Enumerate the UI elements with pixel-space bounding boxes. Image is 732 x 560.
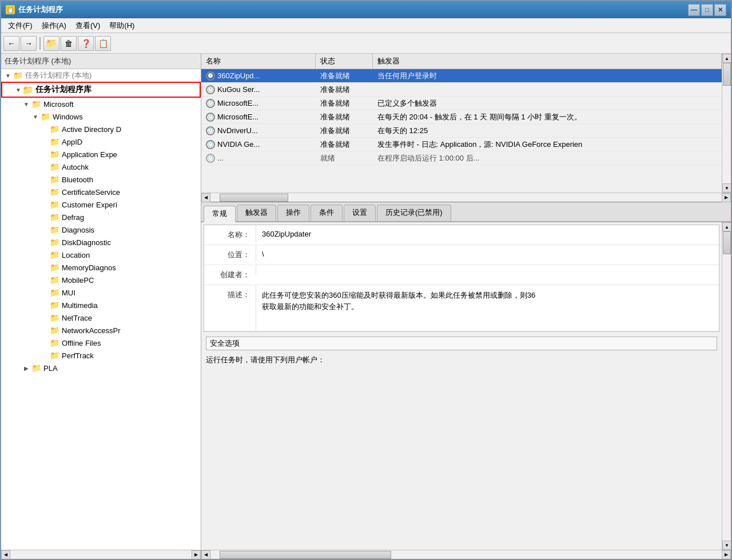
menu-file[interactable]: 文件(F) xyxy=(3,19,37,33)
task-row-0[interactable]: 🕐 360ZipUpd... 准备就绪 当任何用户登录时 xyxy=(201,69,722,83)
clock-icon-6: 🕐 xyxy=(206,154,215,163)
detail-scroll-down[interactable]: ▼ xyxy=(722,541,731,550)
tree-item-windows[interactable]: ▼ 📁 Windows xyxy=(1,110,201,123)
tree-item-multimedia[interactable]: 📁 Multimedia xyxy=(1,299,201,311)
tab-actions[interactable]: 操作 xyxy=(277,205,309,221)
window-icon: 📋 xyxy=(6,5,15,14)
properties-button[interactable]: 📋 xyxy=(95,36,111,51)
tree-item-appexperience[interactable]: 📁 Application Expe xyxy=(1,148,201,161)
close-button[interactable]: ✕ xyxy=(714,4,726,16)
task-list-body[interactable]: 🕐 360ZipUpd... 准备就绪 当任何用户登录时 🕐 KuGou Ser… xyxy=(201,69,722,193)
detail-hscroll-right[interactable]: ▶ xyxy=(722,550,731,559)
detail-hscroll[interactable]: ◀ ▶ xyxy=(201,550,731,559)
tree-item-perftrack[interactable]: 📁 PerfTrack xyxy=(1,349,201,362)
tree-toggle-root[interactable]: ▼ xyxy=(3,73,13,79)
tree-item-offlinefiles[interactable]: 📁 Offline Files xyxy=(1,337,201,349)
tree-item-autochk[interactable]: 📁 Autochk xyxy=(1,161,201,173)
detail-field-name: 名称： 360ZipUpdater xyxy=(204,225,719,245)
tree-item-location[interactable]: 📁 Location xyxy=(1,249,201,261)
task-row-5[interactable]: 🕐 NVIDIA Ge... 准备就绪 发生事件时 - 日志: Applicat… xyxy=(201,138,722,151)
tree-item-mobilepc[interactable]: 📁 MobilePC xyxy=(1,274,201,286)
right-panel: 名称 状态 触发器 🕐 360ZipUpd... 准备就绪 xyxy=(201,54,731,559)
delete-button[interactable]: 🗑 xyxy=(61,36,77,51)
detail-field-location: 位置： \ xyxy=(204,245,719,265)
detail-scrollbar[interactable]: ▲ ▼ xyxy=(722,222,731,550)
task-row-2[interactable]: 🕐 MicrosoftE... 准备就绪 已定义多个触发器 xyxy=(201,97,722,110)
customerexp-label: Customer Experi xyxy=(62,201,117,209)
certservice-folder-icon: 📁 xyxy=(49,187,59,197)
tree-item-certservice[interactable]: 📁 CertificateService xyxy=(1,186,201,198)
detail-scroll-up[interactable]: ▲ xyxy=(722,222,731,231)
task-list-scrollbar[interactable]: ▲ ▼ xyxy=(722,54,731,193)
tree-item-bluetooth[interactable]: 📁 Bluetooth xyxy=(1,173,201,186)
help-button[interactable]: ❓ xyxy=(78,36,94,51)
tree-item-pla[interactable]: ▶ 📁 PLA xyxy=(1,362,201,374)
tree-toggle-windows[interactable]: ▼ xyxy=(31,114,40,120)
task-scroll-up[interactable]: ▲ xyxy=(722,54,731,63)
tab-history[interactable]: 历史记录(已禁用) xyxy=(377,205,451,221)
left-hscroll-right[interactable]: ▶ xyxy=(192,550,201,559)
detail-hscroll-left[interactable]: ◀ xyxy=(201,550,210,559)
tree-item-microsoft[interactable]: ▼ 📁 Microsoft xyxy=(1,98,201,110)
networkaccessp-label: NetworkAccessPr xyxy=(62,326,121,335)
col-header-status[interactable]: 状态 xyxy=(316,54,373,69)
security-header: 安全选项 xyxy=(206,337,717,350)
toolbar-separator-1 xyxy=(39,37,41,50)
location-field-label: 位置： xyxy=(204,245,256,265)
task-cell-trigger-1 xyxy=(373,89,722,91)
task-hscroll-right[interactable]: ▶ xyxy=(722,193,731,202)
task-row-4[interactable]: 🕐 NvDriverU... 准备就绪 在每天的 12:25 xyxy=(201,124,722,138)
left-panel-hscroll[interactable]: ◀ ▶ xyxy=(1,550,201,559)
tree-container[interactable]: ▼ 📁 任务计划程序 (本地) ▼ 📁 任务计划程序库 ▼ 📁 Microsof… xyxy=(1,69,201,550)
tree-item-networkaccessp[interactable]: 📁 NetworkAccessPr xyxy=(1,324,201,337)
tree-item-library[interactable]: ▼ 📁 任务计划程序库 xyxy=(1,82,201,98)
detail-fields-wrap: 名称： 360ZipUpdater 位置： \ xyxy=(201,222,731,550)
tab-settings[interactable]: 设置 xyxy=(344,205,376,221)
task-scroll-thumb[interactable] xyxy=(723,63,731,86)
left-hscroll-left[interactable]: ◀ xyxy=(1,550,10,559)
open-folder-button[interactable]: 📁 xyxy=(43,36,59,51)
windows-label: Windows xyxy=(53,113,83,121)
forward-button[interactable]: → xyxy=(21,36,37,51)
tree-item-mui[interactable]: 📁 MUI xyxy=(1,286,201,299)
task-scroll-down[interactable]: ▼ xyxy=(722,183,731,193)
detail-hscroll-thumb[interactable] xyxy=(220,551,391,559)
menu-action[interactable]: 操作(A) xyxy=(37,19,71,33)
tree-item-defrag[interactable]: 📁 Defrag xyxy=(1,211,201,223)
task-row-1[interactable]: 🕐 KuGou Ser... 准备就绪 xyxy=(201,83,722,97)
tree-toggle-pla[interactable]: ▶ xyxy=(22,365,31,371)
tab-general[interactable]: 常规 xyxy=(204,206,236,222)
clock-icon-4: 🕐 xyxy=(206,126,215,135)
tab-triggers[interactable]: 触发器 xyxy=(237,205,276,221)
tree-item-activedirectory[interactable]: 📁 Active Directory D xyxy=(1,123,201,135)
task-hscroll[interactable]: ◀ ▶ xyxy=(201,193,731,202)
tree-item-customerexp[interactable]: 📁 Customer Experi xyxy=(1,198,201,211)
back-button[interactable]: ← xyxy=(3,36,19,51)
tree-item-nettrace[interactable]: 📁 NetTrace xyxy=(1,311,201,324)
tree-root[interactable]: ▼ 📁 任务计划程序 (本地) xyxy=(1,69,201,82)
root-label: 任务计划程序 (本地) xyxy=(25,70,92,81)
task-cell-trigger-6: 在程序启动后运行 1:00:00 后... xyxy=(373,152,722,165)
minimize-button[interactable]: — xyxy=(688,4,700,16)
library-label: 任务计划程序库 xyxy=(35,85,92,95)
task-row-6[interactable]: 🕐 ... 就绪 在程序启动后运行 1:00:00 后... xyxy=(201,151,722,165)
tree-item-diagnosis[interactable]: 📁 Diagnosis xyxy=(1,223,201,236)
diskdiag-label: DiskDiagnostic xyxy=(62,238,111,247)
maximize-button[interactable]: □ xyxy=(701,4,713,16)
detail-scroll-thumb[interactable] xyxy=(723,231,731,254)
menu-view[interactable]: 查看(V) xyxy=(71,19,105,33)
tree-toggle-microsoft[interactable]: ▼ xyxy=(22,101,31,107)
tab-conditions[interactable]: 条件 xyxy=(311,205,343,221)
detail-field-author: 创建者： xyxy=(204,265,719,285)
task-hscroll-left[interactable]: ◀ xyxy=(201,193,210,202)
task-row-3[interactable]: 🕐 MicrosoftE... 准备就绪 在每天的 20:04 - 触发后，在 … xyxy=(201,110,722,124)
tree-item-memdiag[interactable]: 📁 MemoryDiagnos xyxy=(1,261,201,274)
tree-item-diskdiag[interactable]: 📁 DiskDiagnostic xyxy=(1,236,201,249)
col-header-trigger[interactable]: 触发器 xyxy=(373,54,722,69)
tree-toggle-library[interactable]: ▼ xyxy=(14,87,23,93)
tree-item-appid[interactable]: 📁 AppID xyxy=(1,135,201,148)
task-hscroll-thumb[interactable] xyxy=(220,194,288,202)
col-header-name[interactable]: 名称 xyxy=(201,54,316,69)
menu-help[interactable]: 帮助(H) xyxy=(105,19,139,33)
pla-label: PLA xyxy=(43,364,58,373)
